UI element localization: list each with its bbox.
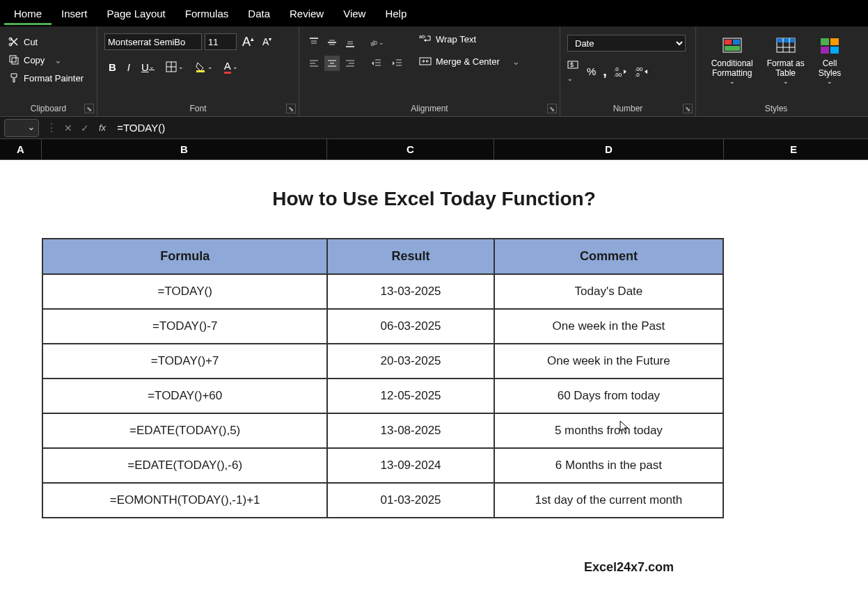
chevron-down-icon: ⌄	[512, 56, 520, 67]
name-box[interactable]	[4, 119, 39, 137]
menu-page-layout[interactable]: Page Layout	[97, 2, 175, 25]
cell-comment[interactable]: 60 Days from today	[494, 379, 723, 413]
cell-comment[interactable]: 1st day of the current month	[494, 483, 723, 518]
align-bottom-icon[interactable]	[342, 35, 358, 50]
styles-group-label: Styles	[703, 101, 849, 115]
svg-rect-7	[196, 70, 205, 72]
conditional-formatting-icon	[721, 36, 743, 56]
divider: ⋮	[46, 121, 57, 134]
decrease-font-icon[interactable]: A▾	[260, 36, 274, 47]
table-header-result[interactable]: Result	[327, 239, 494, 274]
font-group-label: Font	[104, 101, 292, 115]
table-row: =EDATE(TODAY(),-6)13-09-20246 Months in …	[42, 448, 723, 483]
fill-color-button[interactable]: ⌄	[191, 58, 217, 75]
conditional-formatting-button[interactable]: Conditional Formatting ⌄	[707, 33, 757, 88]
cell-result[interactable]: 20-03-2025	[327, 344, 494, 379]
page-title: How to Use Excel Today Function?	[0, 188, 868, 210]
cell-formula[interactable]: =TODAY()-7	[42, 309, 327, 344]
cell-formula[interactable]: =TODAY()+7	[42, 344, 327, 379]
decrease-indent-icon[interactable]	[369, 56, 384, 71]
border-button[interactable]: ⌄	[161, 58, 188, 75]
cell-formula[interactable]: =TODAY()+60	[42, 379, 327, 413]
menu-data[interactable]: Data	[238, 2, 280, 25]
cell-result[interactable]: 06-03-2025	[327, 309, 494, 344]
clipboard-group-label: Clipboard	[7, 101, 90, 115]
align-right-icon[interactable]	[342, 56, 358, 71]
cell-result[interactable]: 01-03-2025	[327, 483, 494, 518]
cell-formula[interactable]: =TODAY()	[42, 274, 327, 309]
sheet-content[interactable]: How to Use Excel Today Function? Formula…	[0, 160, 868, 575]
col-header-e[interactable]: E	[724, 139, 863, 159]
svg-rect-43	[733, 40, 740, 45]
decrease-decimal-icon[interactable]: .00.0	[635, 66, 649, 77]
cell-formula[interactable]: =EDATE(TODAY(),-6)	[42, 448, 327, 483]
copy-button[interactable]: Copy ⌄	[7, 53, 90, 67]
align-center-icon[interactable]	[324, 56, 340, 71]
table-header-comment[interactable]: Comment	[494, 239, 723, 274]
svg-text:.00: .00	[614, 72, 622, 77]
svg-rect-44	[725, 46, 740, 51]
menu-home[interactable]: Home	[4, 2, 52, 25]
underline-button[interactable]: U ⌄	[137, 58, 159, 76]
menu-insert[interactable]: Insert	[52, 2, 97, 25]
alignment-expand-icon[interactable]: ⬊	[547, 104, 557, 113]
enter-formula-icon[interactable]: ✓	[77, 122, 93, 134]
cell-comment[interactable]: Today's Date	[494, 274, 723, 309]
menu-help[interactable]: Help	[375, 2, 416, 25]
menu-formulas[interactable]: Formulas	[175, 2, 239, 25]
bold-button[interactable]: B	[104, 58, 120, 76]
clipboard-expand-icon[interactable]: ⬊	[84, 104, 94, 113]
font-name-select[interactable]	[104, 33, 202, 50]
format-as-table-button[interactable]: Format as Table ⌄	[763, 33, 809, 88]
wrap-text-button[interactable]: ab Wrap Text	[413, 31, 526, 47]
increase-font-icon[interactable]: A▴	[239, 35, 257, 49]
merge-center-label: Merge & Center	[436, 56, 500, 67]
number-format-select[interactable]: Date	[567, 35, 686, 51]
align-top-icon[interactable]	[306, 35, 322, 50]
data-table: Formula Result Comment =TODAY()13-03-202…	[42, 238, 724, 518]
menu-review[interactable]: Review	[280, 2, 333, 25]
cell-result[interactable]: 13-08-2025	[327, 413, 494, 448]
increase-indent-icon[interactable]	[390, 56, 405, 71]
align-middle-icon[interactable]	[324, 35, 340, 50]
increase-decimal-icon[interactable]: .0.00	[614, 66, 628, 77]
col-header-d[interactable]: D	[494, 139, 724, 159]
align-left-icon[interactable]	[306, 56, 322, 71]
cell-result[interactable]: 13-03-2025	[327, 274, 494, 309]
col-header-a[interactable]: A	[0, 139, 42, 159]
number-expand-icon[interactable]: ⬊	[683, 104, 693, 113]
table-row: =EOMONTH(TODAY(),-1)+101-03-20251st day …	[42, 483, 723, 518]
formula-input[interactable]: =TODAY()	[111, 122, 868, 134]
cancel-formula-icon[interactable]: ✕	[60, 122, 77, 134]
cell-formula[interactable]: =EOMONTH(TODAY(),-1)+1	[42, 483, 327, 518]
font-expand-icon[interactable]: ⬊	[286, 104, 296, 113]
cell-comment[interactable]: 6 Months in the past	[494, 448, 723, 483]
svg-text:.0: .0	[635, 72, 640, 77]
col-header-c[interactable]: C	[327, 139, 494, 159]
orientation-icon[interactable]: ab ⌄	[369, 35, 384, 50]
col-header-b[interactable]: B	[42, 139, 327, 159]
cell-styles-button[interactable]: Cell Styles ⌄	[814, 33, 846, 88]
cell-comment[interactable]: One week in the Future	[494, 344, 723, 379]
cell-comment[interactable]: 5 months from today	[494, 413, 723, 448]
watermark: Excel24x7.com	[0, 560, 868, 575]
font-color-button[interactable]: A ⌄	[220, 57, 242, 77]
merge-center-button[interactable]: Merge & Center ⌄	[413, 53, 526, 70]
menu-view[interactable]: View	[333, 2, 375, 25]
table-header-formula[interactable]: Formula	[42, 239, 327, 274]
cell-comment[interactable]: One week in the Past	[494, 309, 723, 344]
format-painter-button[interactable]: Format Painter	[7, 71, 90, 85]
fx-icon[interactable]: fx	[93, 122, 111, 133]
cell-result[interactable]: 12-05-2025	[327, 379, 494, 413]
cell-formula[interactable]: =EDATE(TODAY(),5)	[42, 413, 327, 448]
cell-result[interactable]: 13-09-2024	[327, 448, 494, 483]
svg-text:ab: ab	[369, 38, 378, 47]
italic-button[interactable]: I	[123, 58, 134, 76]
accounting-format-icon[interactable]: $ ⌄	[567, 60, 580, 83]
percent-button[interactable]: %	[587, 65, 596, 77]
ribbon-group-styles: Conditional Formatting ⌄ Format as Table…	[696, 26, 856, 116]
ribbon: Cut Copy ⌄ Format Painter Clipboard ⬊	[0, 26, 868, 117]
comma-button[interactable]: ,	[603, 63, 607, 79]
cut-button[interactable]: Cut	[7, 35, 90, 49]
font-size-select[interactable]	[205, 33, 237, 50]
